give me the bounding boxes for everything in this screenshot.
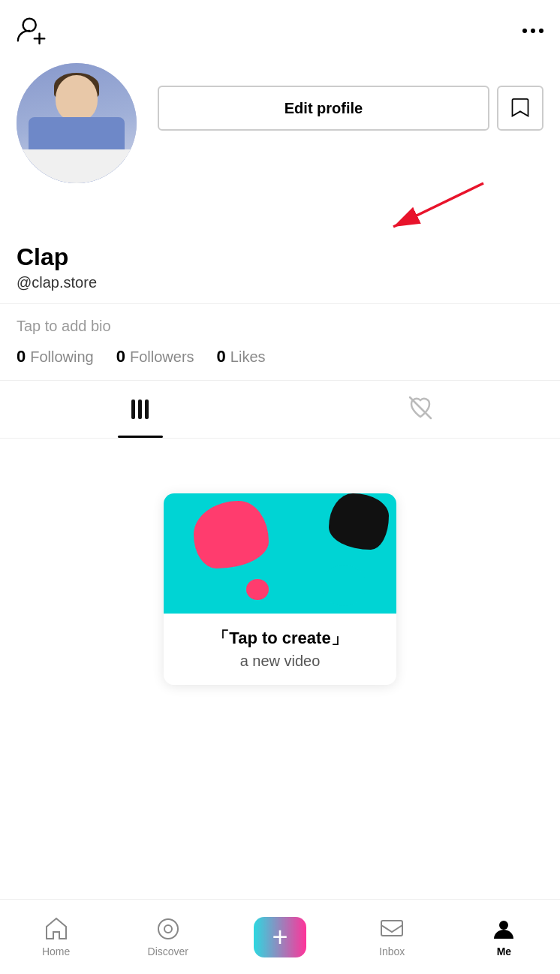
- nav-me-label: Me: [497, 945, 511, 957]
- user-info: Clap @clap.store: [0, 243, 560, 303]
- create-card[interactable]: 「Tap to create」 a new video: [164, 493, 396, 685]
- arrow-annotation: [17, 183, 543, 243]
- followers-label: Followers: [130, 348, 194, 366]
- likes-label: Likes: [230, 348, 266, 366]
- nav-discover[interactable]: Discover: [112, 916, 224, 957]
- tab-liked[interactable]: [280, 381, 560, 438]
- bio-section[interactable]: Tap to add bio: [0, 304, 560, 347]
- user-handle: @clap.store: [17, 274, 543, 291]
- liked-icon: [407, 394, 434, 424]
- avatar[interactable]: [17, 63, 137, 183]
- nav-me[interactable]: Me: [448, 916, 560, 957]
- create-card-text: 「Tap to create」 a new video: [164, 614, 396, 685]
- bookmark-button[interactable]: [497, 86, 543, 131]
- create-card-line1: 「Tap to create」: [176, 627, 384, 650]
- plus-button[interactable]: [254, 917, 306, 957]
- svg-point-6: [158, 919, 178, 939]
- nav-discover-label: Discover: [148, 945, 188, 957]
- grid-icon: [131, 400, 149, 419]
- edit-profile-button[interactable]: Edit profile: [158, 86, 489, 131]
- svg-point-7: [164, 925, 172, 933]
- nav-home[interactable]: Home: [0, 916, 112, 957]
- nav-home-label: Home: [42, 945, 70, 957]
- svg-point-9: [499, 921, 508, 930]
- bio-placeholder: Tap to add bio: [17, 318, 111, 334]
- svg-line-4: [393, 183, 483, 227]
- profile-section: Edit profile: [0, 56, 560, 183]
- following-count: 0: [17, 347, 26, 366]
- following-label: Following: [30, 348, 93, 366]
- likes-stat[interactable]: 0 Likes: [217, 347, 266, 366]
- nav-inbox[interactable]: Inbox: [336, 916, 448, 957]
- add-user-icon[interactable]: [17, 14, 48, 48]
- likes-count: 0: [217, 347, 226, 366]
- nav-inbox-label: Inbox: [379, 945, 405, 957]
- top-bar: [0, 0, 560, 56]
- tab-grid[interactable]: [0, 381, 280, 438]
- create-card-line2: a new video: [176, 653, 384, 670]
- profile-actions: Edit profile: [158, 63, 543, 131]
- svg-point-0: [23, 19, 36, 32]
- red-arrow: [333, 176, 498, 236]
- display-name: Clap: [17, 243, 543, 271]
- following-stat[interactable]: 0 Following: [17, 347, 94, 366]
- stats-section: 0 Following 0 Followers 0 Likes: [0, 347, 560, 380]
- followers-count: 0: [116, 347, 125, 366]
- content-area: 「Tap to create」 a new video: [0, 439, 560, 739]
- followers-stat[interactable]: 0 Followers: [116, 347, 194, 366]
- nav-add[interactable]: [224, 917, 336, 957]
- tabs-section: [0, 381, 560, 439]
- more-options-icon[interactable]: [522, 29, 543, 33]
- create-card-image: [164, 493, 396, 614]
- svg-rect-8: [381, 921, 402, 936]
- bottom-nav: Home Discover Inbox Me: [0, 899, 560, 974]
